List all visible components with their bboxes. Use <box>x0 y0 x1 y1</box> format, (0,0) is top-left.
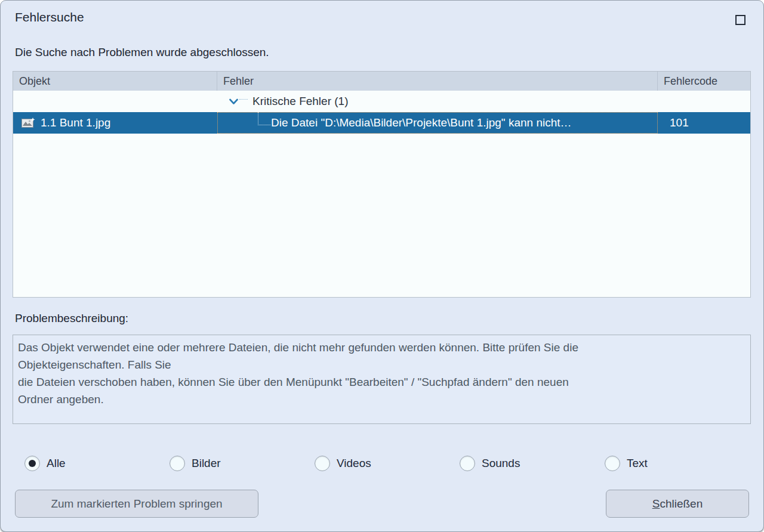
radio-icon[interactable] <box>24 456 40 471</box>
group-row-kritische-fehler[interactable]: Kritische Fehler (1) <box>13 91 750 112</box>
maximize-icon[interactable] <box>735 15 745 25</box>
cell-error-code: 101 <box>658 112 750 134</box>
cell-error-message: Die Datei "D:\Media\Bilder\Projekte\Bunt… <box>217 112 658 134</box>
group-row-label: Kritische Fehler (1) <box>252 95 349 108</box>
table-header: Objekt Fehler Fehlercode <box>13 72 750 91</box>
radio-icon[interactable] <box>315 456 330 471</box>
close-button-label-rest: chließen <box>660 497 703 511</box>
column-header-objekt[interactable]: Objekt <box>13 72 217 91</box>
column-header-fehler[interactable]: Fehler <box>217 72 658 91</box>
status-text: Die Suche nach Problemen wurde abgeschlo… <box>15 46 269 59</box>
filter-radio-alle[interactable]: Alle <box>24 456 66 471</box>
close-button-accelerator: S <box>652 497 660 511</box>
radio-icon[interactable] <box>605 456 620 471</box>
problem-description-label: Problembeschreibung: <box>15 312 128 325</box>
jump-to-problem-button[interactable]: Zum markierten Problem springen <box>15 490 258 518</box>
chevron-down-icon[interactable] <box>229 98 238 105</box>
filter-label[interactable]: Sounds <box>482 457 520 470</box>
tree-branch-connector <box>258 112 270 125</box>
filter-radio-bilder[interactable]: Bilder <box>170 456 221 471</box>
filter-label[interactable]: Text <box>627 457 648 470</box>
tree-dotted-line <box>239 99 248 100</box>
results-table: Objekt Fehler Fehlercode Kritische Fehle… <box>13 71 751 298</box>
cell-object: 1.1 Bunt 1.jpg <box>13 112 217 134</box>
filter-label[interactable]: Alle <box>47 457 66 470</box>
filter-label[interactable]: Videos <box>337 457 371 470</box>
error-search-dialog: Fehlersuche Die Suche nach Problemen wur… <box>0 0 764 532</box>
error-message: Die Datei "D:\Media\Bilder\Projekte\Bunt… <box>271 116 572 129</box>
error-table-row[interactable]: 1.1 Bunt 1.jpg Die Datei "D:\Media\Bilde… <box>13 112 750 134</box>
radio-icon[interactable] <box>170 456 185 471</box>
radio-icon[interactable] <box>460 456 475 471</box>
problem-description-text[interactable]: Das Objekt verwendet eine oder mehrere D… <box>13 335 751 424</box>
filter-radio-videos[interactable]: Videos <box>315 456 371 471</box>
filter-radio-text[interactable]: Text <box>605 456 648 471</box>
filter-radio-sounds[interactable]: Sounds <box>460 456 520 471</box>
dialog-title: Fehlersuche <box>15 10 84 24</box>
filter-label[interactable]: Bilder <box>192 457 221 470</box>
close-button[interactable]: Schließen <box>606 490 749 518</box>
column-header-fehlercode[interactable]: Fehlercode <box>658 72 750 91</box>
object-name: 1.1 Bunt 1.jpg <box>41 116 110 129</box>
image-file-icon <box>21 117 35 128</box>
